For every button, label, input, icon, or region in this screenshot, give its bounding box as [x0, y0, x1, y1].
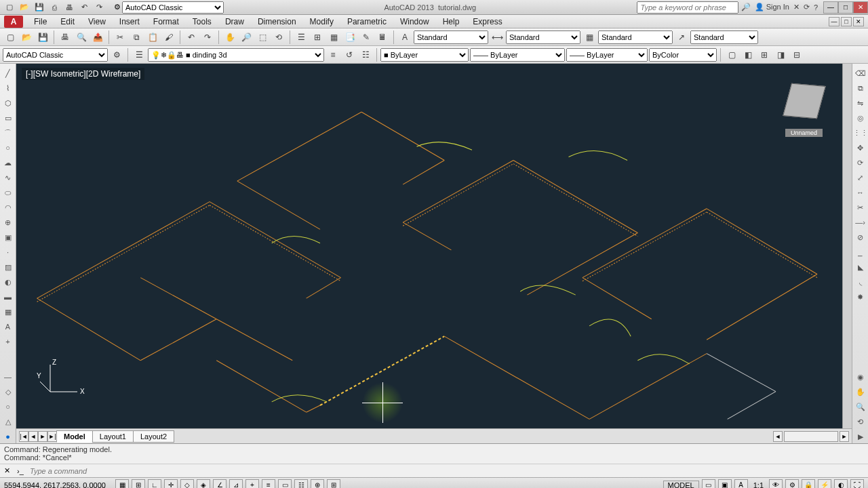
- toolpal-icon[interactable]: ▦: [326, 30, 341, 45]
- quickview-drawings-icon[interactable]: ▣: [718, 479, 732, 489]
- break-icon[interactable]: ⊘: [854, 230, 867, 244]
- plot2-icon[interactable]: 🖶: [58, 30, 73, 45]
- textstyle-icon[interactable]: A: [397, 30, 412, 45]
- snapmode-icon[interactable]: ▦: [115, 479, 129, 489]
- toolbar-lock-icon[interactable]: 🔒: [802, 479, 815, 489]
- copy-icon[interactable]: ⧉: [129, 30, 144, 45]
- vp5-icon[interactable]: ⊟: [789, 47, 804, 62]
- hardware-accel-icon[interactable]: ⚡: [818, 479, 831, 489]
- vp1-icon[interactable]: ▢: [724, 47, 739, 62]
- layerprev-icon[interactable]: ↺: [342, 47, 357, 62]
- dimstyle-icon[interactable]: ⟷: [490, 30, 505, 45]
- gradient-icon[interactable]: ◐: [1, 275, 15, 289]
- sc-icon[interactable]: ⊕: [311, 479, 324, 489]
- explode-icon[interactable]: ✸: [854, 290, 867, 304]
- vp4-icon[interactable]: ◨: [773, 47, 788, 62]
- menu-draw[interactable]: Draw: [218, 16, 251, 28]
- tab-layout1[interactable]: Layout1: [92, 430, 134, 443]
- open2-icon[interactable]: 📂: [19, 30, 34, 45]
- mtext-icon[interactable]: A: [1, 320, 15, 333]
- viewport[interactable]: [-][SW Isometric][2D Wireframe]: [16, 64, 852, 428]
- hscroll-right[interactable]: ►: [840, 431, 849, 442]
- layer-select[interactable]: 💡❄🔒🖶 ■ dinding 3d: [148, 48, 324, 62]
- block-icon[interactable]: ▣: [1, 230, 15, 244]
- tab-last[interactable]: ►|: [47, 431, 57, 442]
- osnap-icon[interactable]: ◇: [180, 479, 194, 489]
- circle-icon[interactable]: ○: [1, 141, 15, 155]
- navbar-orbit-icon[interactable]: ⟲: [854, 415, 867, 428]
- viewcube-label[interactable]: Unnamed: [785, 129, 823, 137]
- app-logo[interactable]: A: [4, 16, 23, 28]
- hscroll-left[interactable]: ◄: [773, 431, 783, 442]
- orthomode-icon[interactable]: ∟: [148, 479, 161, 489]
- zoomwin-icon[interactable]: ⬚: [255, 30, 270, 45]
- lineweight-select[interactable]: —— ByLayer: [566, 48, 648, 62]
- dyn-icon[interactable]: +: [245, 479, 259, 489]
- point-icon[interactable]: ·: [1, 245, 15, 259]
- cleanscreen-icon[interactable]: ⛶: [850, 479, 864, 489]
- mirror-icon[interactable]: ⇋: [854, 96, 867, 110]
- annovis-icon[interactable]: 👁: [769, 479, 783, 489]
- paste-icon[interactable]: 📋: [145, 30, 160, 45]
- hscroll-track[interactable]: [784, 431, 838, 442]
- tab-first[interactable]: |◄: [19, 431, 28, 442]
- offset-icon[interactable]: ◎: [854, 111, 867, 125]
- stayconnected-icon[interactable]: ⟳: [804, 3, 810, 12]
- maximize-button[interactable]: □: [838, 1, 853, 14]
- coordinates[interactable]: 5594.5944, 2617.2563, 0.0000: [4, 481, 113, 489]
- matchprop-icon[interactable]: 🖌: [161, 30, 176, 45]
- command-input[interactable]: [27, 467, 868, 475]
- pan-icon[interactable]: ✋: [222, 30, 237, 45]
- undo-icon[interactable]: ↶: [77, 1, 91, 14]
- 3dosnap-icon[interactable]: ◈: [197, 479, 210, 489]
- redo2-icon[interactable]: ↷: [200, 30, 215, 45]
- polygon-icon[interactable]: ⬡: [1, 96, 15, 110]
- tab-prev[interactable]: ◄: [28, 431, 38, 442]
- navbar-pan-icon[interactable]: ✋: [854, 385, 867, 399]
- properties-icon[interactable]: ☰: [294, 30, 309, 45]
- dimstyle-select[interactable]: Standard: [506, 30, 580, 44]
- close-button[interactable]: ✕: [853, 1, 868, 14]
- mdi-close[interactable]: ✕: [853, 17, 864, 26]
- workspace-select[interactable]: AutoCAD Classic: [122, 1, 224, 14]
- lwt-icon[interactable]: ≡: [262, 479, 275, 489]
- workspace2-select[interactable]: AutoCAD Classic: [3, 48, 108, 62]
- osnap4-icon[interactable]: ●: [1, 430, 15, 443]
- isolate-icon[interactable]: ◐: [834, 479, 848, 489]
- hatch-icon[interactable]: ▨: [1, 260, 15, 274]
- osnap2-icon[interactable]: ○: [1, 400, 15, 413]
- rect-icon[interactable]: ▭: [1, 111, 15, 125]
- menu-dimension[interactable]: Dimension: [251, 16, 303, 28]
- tpy-icon[interactable]: ▭: [278, 479, 292, 489]
- fillet-icon[interactable]: ◟: [854, 275, 867, 289]
- mleaderstyle-select[interactable]: Standard: [690, 30, 758, 44]
- menu-tools[interactable]: Tools: [186, 16, 218, 28]
- menu-help[interactable]: Help: [436, 16, 467, 28]
- vp3-icon[interactable]: ⊞: [757, 47, 772, 62]
- osnap1-icon[interactable]: ◇: [1, 385, 15, 399]
- markup-icon[interactable]: ✎: [359, 30, 374, 45]
- menu-parametric[interactable]: Parametric: [340, 16, 393, 28]
- ws-switch-icon[interactable]: ⚙: [785, 479, 799, 489]
- cmd-close-icon[interactable]: ✕: [0, 466, 14, 475]
- menu-window[interactable]: Window: [393, 16, 436, 28]
- mdi-max[interactable]: □: [841, 17, 852, 26]
- layermatch-icon[interactable]: ≡: [326, 47, 340, 62]
- tab-layout2[interactable]: Layout2: [133, 430, 174, 443]
- infocenter-icon[interactable]: 🔎: [741, 3, 751, 12]
- join-icon[interactable]: ⎯: [854, 245, 867, 259]
- minimize-button[interactable]: —: [823, 1, 838, 14]
- scale-icon[interactable]: ⤢: [854, 171, 867, 184]
- cut-icon[interactable]: ✂: [113, 30, 127, 45]
- layerstate-icon[interactable]: ☷: [358, 47, 373, 62]
- save-icon[interactable]: 💾: [33, 1, 46, 14]
- arc-icon[interactable]: ⌒: [1, 126, 15, 140]
- navbar-zoom-icon[interactable]: 🔍: [854, 400, 867, 413]
- model-indicator[interactable]: MODEL: [663, 481, 699, 489]
- linetype-select[interactable]: —— ByLayer: [470, 48, 565, 62]
- sheetset-icon[interactable]: 📑: [342, 30, 357, 45]
- menu-view[interactable]: View: [81, 16, 113, 28]
- ws-settings-icon[interactable]: ⚙: [109, 47, 124, 62]
- chamfer-icon[interactable]: ◣: [854, 260, 867, 274]
- exchange-icon[interactable]: ✕: [793, 3, 800, 12]
